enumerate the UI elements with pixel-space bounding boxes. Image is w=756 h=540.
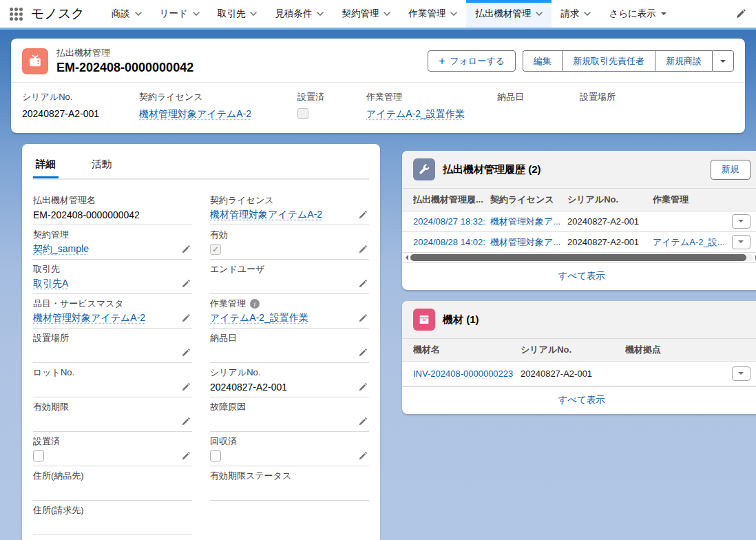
highlight-work-management: 作業管理 アイテムA-2_設置作業 xyxy=(366,87,497,122)
follow-button[interactable]: フォローする xyxy=(428,50,516,72)
active-checkbox[interactable] xyxy=(210,244,221,255)
column-header[interactable]: シリアルNo. xyxy=(521,344,625,356)
view-all-link[interactable]: すべて表示 xyxy=(558,395,605,405)
chevron-down-icon xyxy=(193,12,200,16)
nav-tab-label: 見積条件 xyxy=(275,8,312,20)
edit-pencil-icon[interactable] xyxy=(357,450,369,462)
caret-down-icon xyxy=(738,372,744,377)
caret-down-icon xyxy=(661,12,666,18)
detail-tabs: 詳細 活動 xyxy=(33,154,369,180)
nav-tab-quote-conditions[interactable]: 見積条件 xyxy=(266,0,333,28)
nav-edit-pencil-icon[interactable] xyxy=(735,8,746,19)
chevron-down-icon xyxy=(135,12,142,16)
view-all-link[interactable]: すべて表示 xyxy=(558,271,605,281)
table-header-row: 機材名 シリアルNo. 機材拠点 xyxy=(402,338,756,362)
field-address-billing: 住所(請求先) xyxy=(33,501,192,535)
nav-tab-label: 作業管理 xyxy=(408,8,445,20)
history-record-link[interactable]: 2024/08/28 14:02: xyxy=(413,237,485,247)
edit-pencil-icon[interactable] xyxy=(180,415,192,428)
edit-pencil-icon[interactable] xyxy=(357,346,369,359)
nav-tab-payout-equipment-management[interactable]: 払出機材管理 xyxy=(466,0,552,28)
edit-pencil-icon[interactable] xyxy=(357,278,369,290)
scrollbar-thumb[interactable] xyxy=(410,254,746,261)
installed-checkbox[interactable] xyxy=(297,108,308,119)
tab-activity[interactable]: 活動 xyxy=(89,154,114,178)
detail-fields: 払出機材管理名 EM-202408-0000000042 契約ライセンス 機材管… xyxy=(33,191,369,535)
edit-pencil-icon[interactable] xyxy=(357,209,369,221)
app-launcher-icon[interactable] xyxy=(10,8,23,21)
row-actions-button[interactable] xyxy=(732,366,750,381)
field-delivery-date: 納品日 xyxy=(210,329,369,363)
nav-tab-contract-management[interactable]: 契約管理 xyxy=(333,0,399,28)
related-list-title: 機材 (1) xyxy=(443,313,479,326)
installed-checkbox[interactable] xyxy=(33,450,44,461)
chevron-down-icon xyxy=(384,12,390,16)
horizontal-scrollbar[interactable] xyxy=(402,253,756,262)
edit-pencil-icon[interactable] xyxy=(357,312,369,324)
edit-pencil-icon[interactable] xyxy=(357,415,369,428)
nav-tab-opportunities[interactable]: 商談 xyxy=(103,0,151,28)
edit-pencil-icon[interactable] xyxy=(180,243,192,256)
contract-license-link[interactable]: 機材管理対象アイテムA-2 xyxy=(210,209,322,221)
equipment-record-link[interactable]: INV-202408-0000000223 xyxy=(413,368,513,379)
contract-license-link[interactable]: 機材管理対象アイテムA-2 xyxy=(139,108,251,119)
more-actions-button[interactable] xyxy=(712,50,734,72)
scroll-left-arrow-icon[interactable] xyxy=(406,255,408,260)
contract-license-link[interactable]: 機材管理対象ア... xyxy=(490,216,560,227)
highlight-serial-no: シリアルNo. 20240827-A2-001 xyxy=(22,87,139,122)
column-header[interactable]: 契約ライセンス xyxy=(490,194,567,206)
nav-tab-leads[interactable]: リード xyxy=(151,0,209,28)
contract-license-link[interactable]: 機材管理対象ア... xyxy=(490,237,560,247)
work-management-link[interactable]: アイテムA-2_設... xyxy=(653,237,725,247)
field-installation-location: 設置場所 xyxy=(33,329,192,363)
edit-pencil-icon[interactable] xyxy=(357,243,369,256)
edit-pencil-icon[interactable] xyxy=(180,278,192,290)
wrench-icon xyxy=(413,158,435,180)
nav-tab-work-management[interactable]: 作業管理 xyxy=(399,0,466,28)
tab-details[interactable]: 詳細 xyxy=(33,154,59,178)
record-header-card: 払出機材管理 EM-202408-0000000042 フォローする 編集 新規… xyxy=(11,39,745,133)
info-icon[interactable] xyxy=(250,299,260,309)
column-header[interactable]: 作業管理 xyxy=(653,194,732,206)
action-button-group: 編集 新規取引先責任者 新規商談 xyxy=(523,50,734,72)
new-opportunity-button[interactable]: 新規商談 xyxy=(655,50,712,72)
work-management-link[interactable]: アイテムA-2_設置作業 xyxy=(366,108,465,119)
column-header[interactable]: 払出機材管理履... xyxy=(413,194,490,206)
nav-tab-label: さらに表示 xyxy=(609,8,655,20)
highlight-contract-license: 契約ライセンス 機材管理対象アイテムA-2 xyxy=(139,87,297,122)
highlight-installation-location: 設置場所 xyxy=(580,87,734,122)
edit-pencil-icon[interactable] xyxy=(180,312,192,324)
new-history-button[interactable]: 新規 xyxy=(711,160,750,180)
work-management-link[interactable]: アイテムA-2_設置作業 xyxy=(210,312,308,324)
highlight-installed: 設置済 xyxy=(297,87,366,122)
table-row: INV-202408-0000000223 20240827-A2-001 xyxy=(402,362,756,386)
entity-label: 払出機材管理 xyxy=(56,47,193,59)
nav-tab-accounts[interactable]: 取引先 xyxy=(209,0,266,28)
nav-tab-label: 商談 xyxy=(112,8,130,20)
field-collected: 回収済 xyxy=(210,432,369,466)
column-header[interactable]: 機材拠点 xyxy=(625,344,732,356)
edit-pencil-icon[interactable] xyxy=(357,381,369,393)
row-actions-button[interactable] xyxy=(732,235,750,249)
nav-tab-label: 契約管理 xyxy=(342,8,379,20)
edit-button[interactable]: 編集 xyxy=(523,50,562,72)
nav-tab-billing[interactable]: 請求 xyxy=(552,0,600,28)
edit-pencil-icon[interactable] xyxy=(180,346,192,359)
product-service-master-link[interactable]: 機材管理対象アイテムA-2 xyxy=(33,312,145,324)
nav-tab-more[interactable]: さらに表示 xyxy=(600,0,675,28)
row-actions-button[interactable] xyxy=(732,214,750,229)
history-record-link[interactable]: 2024/08/27 18:32: xyxy=(413,216,485,227)
field-expiration-date: 有効期限 xyxy=(33,397,192,432)
account-link[interactable]: 取引先A xyxy=(33,278,68,290)
edit-pencil-icon[interactable] xyxy=(180,381,192,393)
column-header[interactable]: 機材名 xyxy=(413,344,521,356)
field-serial-no: シリアルNo. 20240827-A2-001 xyxy=(210,363,369,397)
contract-link[interactable]: 契約_sample xyxy=(33,243,89,256)
field-expiration-status: 有効期限ステータス xyxy=(210,466,369,501)
field-account: 取引先 取引先A xyxy=(33,260,192,294)
edit-pencil-icon[interactable] xyxy=(180,450,192,462)
new-contact-button[interactable]: 新規取引先責任者 xyxy=(562,50,655,72)
collected-checkbox[interactable] xyxy=(210,450,221,461)
column-header[interactable]: シリアルNo. xyxy=(567,194,653,206)
table-row: 2024/08/27 18:32: 機材管理対象ア... 20240827-A2… xyxy=(402,211,756,232)
